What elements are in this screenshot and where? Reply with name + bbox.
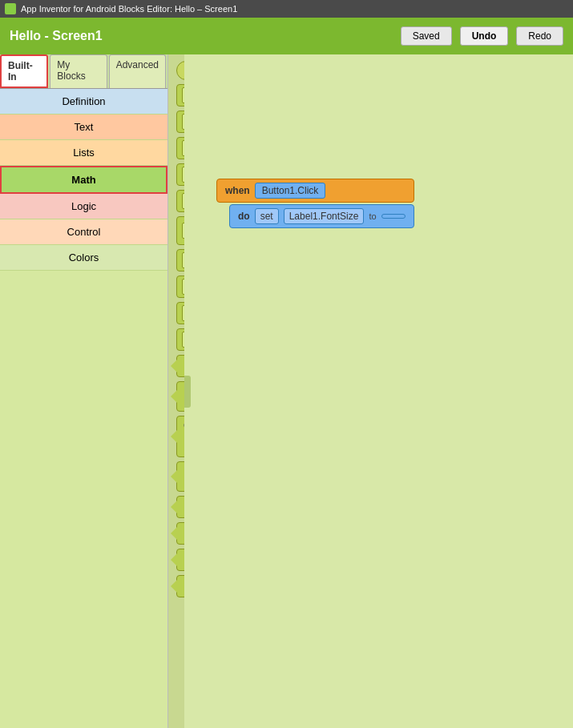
- when-header[interactable]: when Button1.Click: [216, 179, 414, 203]
- header: Hello - Screen1 Saved Undo Redo: [0, 18, 573, 54]
- palette-toggle[interactable]: [184, 376, 191, 408]
- block-random-integer[interactable]: call from random integer to: [176, 416, 184, 457]
- block-gte[interactable]: >=: [176, 111, 184, 133]
- main-layout: Built-In My Blocks Advanced Definition T…: [0, 54, 573, 728]
- block-min[interactable]: call min: [176, 522, 184, 545]
- sidebar-item-math[interactable]: Math: [0, 166, 167, 194]
- sidebar-item-definition[interactable]: Definition: [0, 89, 167, 115]
- when-label: when: [225, 185, 250, 196]
- block-mult[interactable]: ×: [176, 302, 184, 324]
- app-icon: [5, 3, 16, 14]
- block-gt[interactable]: >: [176, 84, 184, 107]
- tab-my-blocks[interactable]: My Blocks: [50, 54, 107, 88]
- do-label: do: [238, 211, 250, 222]
- block-negate[interactable]: call negate: [176, 496, 184, 518]
- redo-button[interactable]: Redo: [516, 26, 563, 46]
- saved-button[interactable]: Saved: [401, 26, 452, 46]
- block-lt[interactable]: <: [176, 137, 184, 159]
- block-number[interactable]: number 123: [176, 61, 184, 80]
- block-sqrt[interactable]: call sqrt: [176, 355, 184, 377]
- undo-button[interactable]: Undo: [460, 26, 509, 46]
- sidebar-item-lists[interactable]: Lists: [0, 140, 167, 166]
- block-eq[interactable]: =: [176, 190, 184, 212]
- block-random-set-seed[interactable]: call random set seed seed: [176, 461, 184, 492]
- sidebar-item-text[interactable]: Text: [0, 115, 167, 140]
- tab-built-in[interactable]: Built-In: [0, 54, 48, 88]
- app-title: Hello - Screen1: [10, 29, 393, 43]
- property-name[interactable]: Label1.FontSize: [284, 208, 365, 224]
- to-label: to: [369, 211, 376, 221]
- sidebar-item-control[interactable]: Control: [0, 219, 167, 245]
- block-random-fraction[interactable]: call random fraction: [176, 381, 184, 412]
- block-neq[interactable]: not =: [176, 216, 184, 245]
- block-div[interactable]: /: [176, 328, 184, 351]
- blocks-palette: number 123 > >= <: [168, 54, 184, 728]
- block-max[interactable]: call max: [176, 549, 184, 571]
- value-slot[interactable]: [381, 214, 406, 219]
- sidebar: Built-In My Blocks Advanced Definition T…: [0, 54, 168, 728]
- sidebar-item-logic[interactable]: Logic: [0, 194, 167, 219]
- block-lte[interactable]: <=: [176, 163, 184, 186]
- event-name[interactable]: Button1.Click: [255, 183, 326, 199]
- set-label: set: [255, 208, 279, 224]
- tabs-bar: Built-In My Blocks Advanced: [0, 54, 167, 89]
- block-quotient[interactable]: call quotient: [176, 575, 184, 597]
- canvas-when-block: when Button1.Click do set Label1.FontSiz…: [216, 179, 414, 228]
- titlebar: App Inventor for Android Blocks Editor: …: [0, 0, 573, 18]
- block-plus[interactable]: +: [176, 249, 184, 271]
- tab-advanced[interactable]: Advanced: [109, 54, 166, 88]
- titlebar-text: App Inventor for Android Blocks Editor: …: [21, 4, 237, 14]
- sidebar-item-colors[interactable]: Colors: [0, 245, 167, 271]
- block-minus[interactable]: –: [176, 276, 184, 298]
- do-block[interactable]: do set Label1.FontSize to: [229, 204, 414, 228]
- canvas-area: when Button1.Click do set Label1.FontSiz…: [184, 54, 573, 728]
